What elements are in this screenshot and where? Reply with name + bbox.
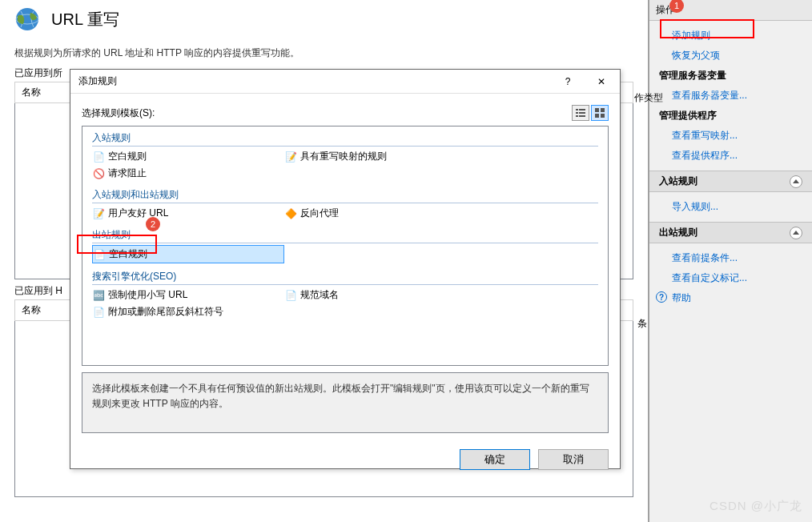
action-add-rule[interactable]: 添加规则... [649,26,812,46]
grid-icon [594,107,605,118]
page-header: URL 重写 [0,0,648,38]
template-slash[interactable]: 📄 附加或删除尾部反斜杠符号 [92,303,284,320]
action-view-maps[interactable]: 查看重写映射... [649,126,812,146]
template-label-row: 选择规则模板(S): [82,105,609,121]
friendly-icon: 📝 [92,207,105,220]
svg-rect-10 [595,114,599,118]
list1-col-type[interactable]: 作类型 [634,91,663,105]
list-icon [575,107,586,118]
select-template-label: 选择规则模板(S): [82,106,155,120]
page-subtitle: 根据规则为所请求的 URL 地址和 HTTP 响应的内容提供重写功能。 [0,38,648,65]
view-grid-button[interactable] [591,105,609,121]
svg-rect-7 [579,115,585,117]
page-title: URL 重写 [51,9,119,30]
block-icon: 🚫 [92,167,105,180]
action-help[interactable]: ? 帮助 [649,288,812,308]
group-both: 入站规则和出站规则 [92,188,598,203]
template-block-request[interactable]: 🚫 请求阻止 [92,165,284,182]
chevron-up-icon[interactable] [790,227,802,239]
cancel-button[interactable]: 取消 [538,449,609,470]
action-view-tags[interactable]: 查看自定义标记... [649,268,812,288]
svg-rect-9 [601,108,605,112]
dialog-button-row: 确定 取消 [70,440,620,480]
group-seo: 搜索引擎优化(SEO) [92,270,598,285]
actions-group-main: 添加规则... 恢复为父项 管理服务器变量 查看服务器变量... 管理提供程序 … [649,21,812,171]
view-list-button[interactable] [572,105,589,121]
list1-col-name[interactable]: 名称 [22,86,41,98]
actions-outbound-title: 出站规则 [659,226,697,239]
actions-inbound-section[interactable]: 入站规则 [649,171,812,192]
dialog-help-button[interactable]: ? [551,70,585,93]
group-outbound: 出站规则 [92,228,598,243]
action-import-rule[interactable]: 导入规则... [649,197,812,217]
template-with-map[interactable]: 📝 具有重写映射的规则 [284,148,476,165]
svg-rect-2 [576,109,578,110]
action-restore-parent[interactable]: 恢复为父项 [649,46,812,66]
actions-manage-vars-title: 管理服务器变量 [649,66,812,86]
slash-icon: 📄 [92,306,105,319]
actions-panel: 操作 添加规则... 恢复为父项 管理服务器变量 查看服务器变量... 管理提供… [649,0,812,522]
svg-rect-6 [576,115,578,117]
action-view-precond[interactable]: 查看前提条件... [649,248,812,268]
dialog-title: 添加规则 [78,74,117,88]
actions-group-outbound: 查看前提条件... 查看自定义标记... ? 帮助 [649,243,812,313]
view-toggles [572,105,609,121]
add-rule-dialog: 添加规则 ? ✕ 选择规则模板(S): 入站规则 📄 空白规则 [70,69,621,469]
canonical-icon: 📄 [284,289,297,302]
map-rule-icon: 📝 [284,151,297,163]
template-canonical[interactable]: 📄 规范域名 [284,287,476,303]
svg-rect-4 [576,112,578,114]
actions-outbound-section[interactable]: 出站规则 [649,222,812,243]
actions-manage-providers-title: 管理提供程序 [649,106,812,126]
dialog-titlebar[interactable]: 添加规则 ? ✕ [70,70,620,94]
templates-listbox[interactable]: 入站规则 📄 空白规则 📝 具有重写映射的规则 🚫 请求阻止 入站规则和出站规则 [82,126,609,366]
chevron-up-icon[interactable] [790,175,802,188]
list2-col-cond[interactable]: 条 [637,317,647,331]
action-view-providers[interactable]: 查看提供程序... [649,146,812,166]
titlebar-buttons: ? ✕ [551,70,618,93]
actions-inbound-title: 入站规则 [659,175,697,188]
action-view-vars[interactable]: 查看服务器变量... [649,86,812,106]
proxy-icon: 🔶 [284,207,297,220]
group-inbound: 入站规则 [92,131,598,147]
svg-rect-11 [601,114,605,118]
svg-rect-8 [595,108,599,112]
template-reverse-proxy[interactable]: 🔶 反向代理 [284,205,476,222]
blank-rule-icon: 📄 [92,151,105,163]
help-icon: ? [656,291,667,303]
template-blank-outbound[interactable]: 📄 空白规则 [92,245,284,263]
template-blank-inbound[interactable]: 📄 空白规则 [92,148,284,165]
blank-out-icon: 📄 [93,248,106,261]
template-description: 选择此模板来创建一个不具有任何预设值的新出站规则。此模板会打开"编辑规则"页，使… [82,372,609,433]
template-lowercase[interactable]: 🔤 强制使用小写 URL [92,287,284,303]
ok-button[interactable]: 确定 [460,449,530,470]
template-friendly-url[interactable]: 📝 用户友好 URL [92,205,284,222]
lowercase-icon: 🔤 [92,289,105,302]
annotation-marker-2: 2 [146,217,160,231]
svg-rect-5 [579,112,585,114]
list2-col-name[interactable]: 名称 [22,304,41,315]
svg-rect-3 [579,109,585,110]
dialog-body: 选择规则模板(S): 入站规则 📄 空白规则 📝 具有重写映射的规则 [70,94,620,440]
globe-icon [14,6,40,32]
dialog-close-button[interactable]: ✕ [585,70,618,93]
action-help-label: 帮助 [672,292,691,303]
actions-group-inbound: 导入规则... [649,192,812,222]
